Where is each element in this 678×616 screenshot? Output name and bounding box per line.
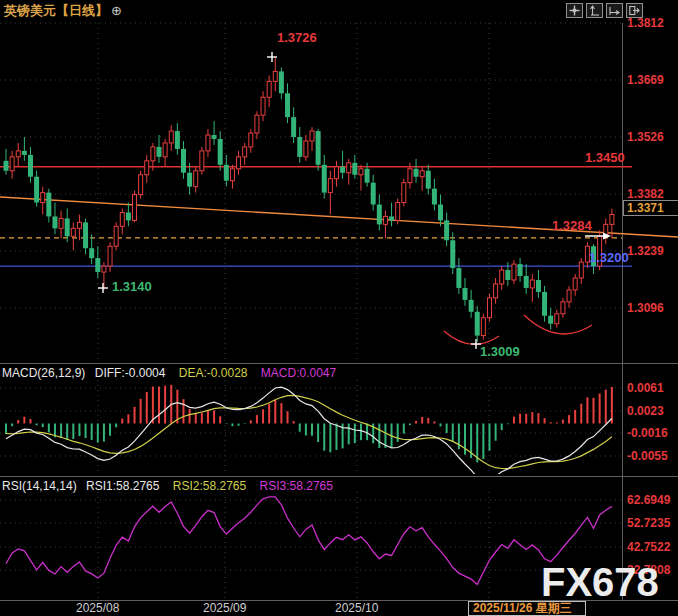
rsi2-value: RSI2:58.2765: [173, 479, 246, 493]
fx678-watermark: FX678: [541, 562, 659, 602]
rsi-axis-label: 52.7235: [627, 517, 670, 530]
november-low-label: 1.3009: [480, 345, 520, 358]
macd-diff-value: DIFF:-0.0004: [95, 366, 166, 380]
y-axis-scale-icon: [589, 5, 600, 16]
chart-window: 英镑美元【日线】⊕: [0, 0, 678, 616]
price-axis-label: 1.3812: [627, 17, 664, 30]
x-axis-month-label: 2025/08: [76, 602, 119, 615]
y-axis-scale-button[interactable]: [586, 3, 603, 18]
price-axis-label: 1.3239: [627, 245, 664, 258]
x-axis-scale-button[interactable]: [606, 3, 623, 18]
exit-icon: [629, 5, 640, 16]
rsi-legend: RSI(14,14,14) RSI1:58.2765 RSI2:58.2765 …: [2, 479, 333, 493]
rsi1-value: RSI1:58.2765: [86, 479, 159, 493]
chart-header: 英镑美元【日线】⊕: [4, 4, 122, 18]
resistance-level-label: 1.3450: [585, 151, 625, 164]
macd-dea-value: DEA:-0.0028: [179, 366, 248, 380]
macd-macd-value: MACD:0.0047: [261, 366, 336, 380]
macd-legend: MACD(26,12,9) DIFF:-0.0004 DEA:-0.0028 M…: [2, 366, 336, 380]
current-price-tag: 1.3371: [623, 200, 678, 216]
macd-axis-label: -0.0055: [627, 450, 668, 463]
macd-axis-label: 0.0023: [627, 405, 664, 418]
move-tool-button[interactable]: [566, 3, 583, 18]
rsi-axis-label: 62.6949: [627, 494, 670, 507]
symbol-title: 英镑美元: [4, 3, 56, 18]
support-level-label: 1.3200: [589, 251, 629, 264]
x-axis-month-label: 2025/10: [335, 602, 378, 615]
price-axis-label: 1.3669: [627, 74, 664, 87]
timeframe-label: 【日线】: [56, 3, 108, 18]
macd-axis-label: 0.0061: [627, 382, 664, 395]
move-icon: [569, 5, 580, 16]
price-axis-label: 1.3096: [627, 302, 664, 315]
august-low-label: 1.3140: [112, 280, 152, 293]
trendline-value-label: 1.3284: [552, 219, 592, 232]
rsi3-value: RSI3:58.2765: [260, 479, 333, 493]
price-axis-label: 1.3382: [627, 188, 664, 201]
price-axis-label: 1.3526: [627, 131, 664, 144]
macd-axis-label: -0.0016: [627, 427, 668, 440]
x-axis-scale-icon: [609, 5, 620, 16]
x-axis-month-label: 2025/09: [203, 602, 246, 615]
swing-high-label: 1.3726: [277, 31, 317, 44]
rsi-axis-label: 42.7522: [627, 541, 670, 554]
macd-params: MACD(26,12,9): [2, 366, 85, 380]
add-indicator-icon[interactable]: ⊕: [111, 3, 122, 18]
rsi-params: RSI(14,14,14): [2, 479, 77, 493]
chart-canvas[interactable]: [0, 0, 678, 616]
